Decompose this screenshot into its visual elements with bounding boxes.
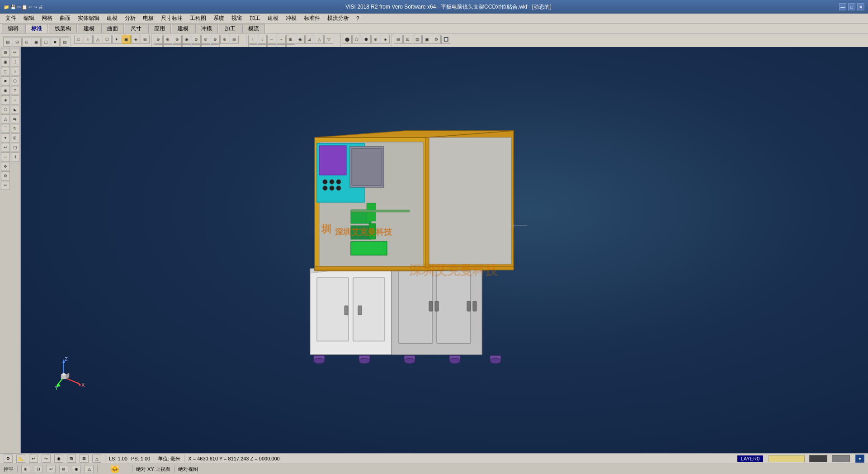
lpb13[interactable]: ✥ xyxy=(1,162,10,171)
status-btn4[interactable]: ↪ xyxy=(42,455,51,463)
layer-badge[interactable]: LAYER0 xyxy=(737,455,763,462)
sb-mirror[interactable]: ⇆ xyxy=(11,114,20,123)
status-btn2[interactable]: 📐 xyxy=(16,455,25,463)
status-zoom-btn5[interactable]: ◉ xyxy=(72,465,81,473)
tab-standard[interactable]: 标准 xyxy=(25,24,48,33)
view-btn3[interactable]: ← xyxy=(267,35,276,44)
menu-solid-edit[interactable]: 实体编辑 xyxy=(74,14,103,23)
tab-modeling[interactable]: 建模 xyxy=(78,24,100,33)
sys-btn5[interactable]: ⚙ xyxy=(432,35,441,44)
status-zoom-btn3[interactable]: ↩ xyxy=(47,465,56,473)
img-btn6[interactable]: ⊙ xyxy=(201,35,210,44)
lpb3[interactable]: ▢ xyxy=(1,67,10,76)
view-btn4[interactable]: → xyxy=(277,35,286,44)
viewport[interactable]: 深圳艾克曼科技 圳 Z X Y 深圳艾克曼科技 xyxy=(21,47,868,453)
menu-machining[interactable]: 加工 xyxy=(246,14,264,23)
menu-modeling[interactable]: 建模 xyxy=(103,14,121,23)
menu-modeling2[interactable]: 建模 xyxy=(264,14,282,23)
img-btn5[interactable]: ⊘ xyxy=(192,35,201,44)
shape-btn5[interactable]: ✦ xyxy=(112,35,121,44)
sys-btn2[interactable]: ⊡ xyxy=(403,35,412,44)
status-btn6[interactable]: ⊞ xyxy=(67,455,76,463)
lpb1[interactable]: ⊞ xyxy=(1,48,10,57)
wp-btn3[interactable]: ⬢ xyxy=(362,35,371,44)
menu-standard-parts[interactable]: 标准件 xyxy=(300,14,324,23)
lpb2[interactable]: ▣ xyxy=(1,57,10,66)
shape-btn1[interactable]: □ xyxy=(74,35,83,44)
status-btn7[interactable]: ⊠ xyxy=(80,455,89,463)
menu-system[interactable]: 系统 xyxy=(210,14,228,23)
view-btn6[interactable]: ◉ xyxy=(296,35,305,44)
sb-edit[interactable]: ✏ xyxy=(11,48,20,57)
lpb11[interactable]: ↩ xyxy=(1,143,10,152)
sb-curve[interactable]: ∫ xyxy=(11,57,20,66)
lpb9[interactable]: ⌒ xyxy=(1,124,10,133)
img-btn9[interactable]: ⊞ xyxy=(230,35,239,44)
img-btn8[interactable]: ⊛ xyxy=(220,35,229,44)
lpb10[interactable]: ✦ xyxy=(1,133,10,142)
shape-btn6[interactable]: ▣ xyxy=(122,35,131,44)
sb-circle[interactable]: ○ xyxy=(11,67,20,76)
menu-edit[interactable]: 编辑 xyxy=(20,14,38,23)
status-btn5[interactable]: ◉ xyxy=(54,455,63,463)
lpb5[interactable]: ◉ xyxy=(1,86,10,95)
img-btn7[interactable]: ⊚ xyxy=(211,35,220,44)
img-btn4[interactable]: ◉ xyxy=(182,35,191,44)
tab-machining[interactable]: 加工 xyxy=(219,24,241,33)
status-zoom-btn6[interactable]: △ xyxy=(85,465,94,473)
img-btn1[interactable]: ⊛ xyxy=(154,35,163,44)
sb-info[interactable]: ℹ xyxy=(11,152,20,161)
menu-help[interactable]: ? xyxy=(353,14,363,23)
img-btn2[interactable]: ⊕ xyxy=(163,35,172,44)
sys-btn1[interactable]: ⊞ xyxy=(394,35,403,44)
view-btn2[interactable]: ↓ xyxy=(258,35,267,44)
maximize-button[interactable]: □ xyxy=(848,3,855,10)
status-btn3[interactable]: ↩ xyxy=(29,455,38,463)
dot-indicator[interactable]: ● xyxy=(855,455,864,463)
lpb8[interactable]: △ xyxy=(1,114,10,123)
attr-filter-btn2[interactable]: ⊞ xyxy=(13,38,22,47)
shape-btn4[interactable]: ⬡ xyxy=(103,35,112,44)
menu-mold-flow[interactable]: 模流分析 xyxy=(324,14,353,23)
sb-extend[interactable]: ↔ xyxy=(11,95,20,104)
tab-modeling2[interactable]: 建模 xyxy=(172,24,194,33)
sys-btn3[interactable]: ▤ xyxy=(413,35,422,44)
sys-btn4[interactable]: ▣ xyxy=(422,35,431,44)
lpb6[interactable]: ◈ xyxy=(1,95,10,104)
wp-btn5[interactable]: ◈ xyxy=(381,35,390,44)
tab-surface[interactable]: 曲面 xyxy=(101,24,124,33)
status-btn8[interactable]: △ xyxy=(92,455,101,463)
wp-btn4[interactable]: ⊛ xyxy=(371,35,380,44)
attr-filter-btn3[interactable]: ⊡ xyxy=(22,38,31,47)
tab-moldflow[interactable]: 模流 xyxy=(242,24,265,33)
shape-btn2[interactable]: ○ xyxy=(84,35,93,44)
view-btn1[interactable]: ↑ xyxy=(248,35,257,44)
attr-filter-btn4[interactable]: ▣ xyxy=(32,38,41,47)
wp-btn1[interactable]: ⬤ xyxy=(343,35,352,44)
tab-wireframe[interactable]: 线架构 xyxy=(49,24,77,33)
close-button[interactable]: ✕ xyxy=(857,3,864,10)
fill-swatch[interactable] xyxy=(832,455,850,462)
menu-drawing[interactable]: 工程图 xyxy=(186,14,210,23)
menu-electrode[interactable]: 电极 xyxy=(139,14,157,23)
shape-btn8[interactable]: ⊞ xyxy=(141,35,150,44)
wp-btn2[interactable]: ⬡ xyxy=(352,35,361,44)
attr-filter-btn5[interactable]: ▢ xyxy=(41,38,50,47)
tab-stamping[interactable]: 冲模 xyxy=(195,24,218,33)
tab-edit[interactable]: 编辑 xyxy=(2,24,24,33)
menu-stamping[interactable]: 冲模 xyxy=(282,14,300,23)
sb-text[interactable]: T xyxy=(11,86,20,95)
view-btn8[interactable]: △ xyxy=(315,35,324,44)
menu-file[interactable]: 文件 xyxy=(2,14,20,23)
menu-grid[interactable]: 网格 xyxy=(38,14,56,23)
view-btn7[interactable]: ⊿ xyxy=(305,35,314,44)
status-zoom-btn4[interactable]: ⊠ xyxy=(59,465,68,473)
sb-surface[interactable]: ▢ xyxy=(11,143,20,152)
lpb15[interactable]: ✂ xyxy=(1,181,10,190)
img-btn3[interactable]: ⊗ xyxy=(173,35,182,44)
attr-filter-btn6[interactable]: ■ xyxy=(51,38,60,47)
status-zoom-btn1[interactable]: ⊞ xyxy=(21,465,30,473)
shape-btn7[interactable]: ◈ xyxy=(131,35,140,44)
lpb14[interactable]: ⚙ xyxy=(1,171,10,180)
menu-view[interactable]: 视窗 xyxy=(228,14,246,23)
